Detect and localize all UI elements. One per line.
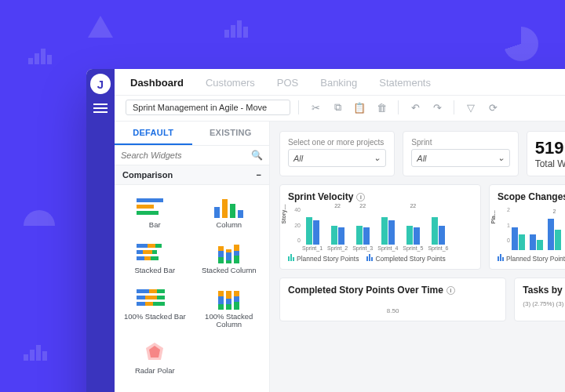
widget-column[interactable]: Column [194,191,265,232]
tab-customers[interactable]: Customers [206,77,255,89]
refresh-icon[interactable]: ⟳ [484,99,501,116]
tab-statements[interactable]: Statements [379,77,431,89]
widget-bar[interactable]: Bar [119,191,191,232]
section-comparison[interactable]: Comparison − [115,165,269,185]
sprint-select[interactable]: All ⌄ [411,149,509,167]
filter-projects: Select one or more projects All ⌄ [279,131,395,176]
velocity-bars: Story… 40200 Sprint_122Sprint_222Sprint_… [288,207,472,251]
legend-item: Completed Story Points [375,255,445,263]
widget-label: 100% Stacked Bar [124,313,186,321]
kpi-value: 519 Hrs [535,138,565,158]
widgets-panel: DEFAULT EXISTING 🔍 Comparison − [115,122,270,392]
widget-stacked-column[interactable]: Stacked Column [194,237,265,278]
search-input[interactable] [121,151,251,160]
widget-label: Stacked Bar [134,267,175,274]
legend-item: Planned Story Points [506,255,565,263]
search-row: 🔍 [115,146,269,165]
kpi-total-worked: 519 Hrs Total Worked… [527,131,565,176]
chart-preview: 8.50 [288,300,498,314]
menu-icon[interactable] [93,103,108,113]
chart-sprint-velocity: Sprint Velocity i Story… 40200 Sprint_12… [279,184,481,270]
paste-icon[interactable]: 📋 [351,99,368,116]
left-rail: J [86,69,115,392]
dashboard-canvas: Select one or more projects All ⌄ Sprint… [270,122,565,392]
widget-label: Column [216,221,242,229]
filter-label: Sprint [411,138,509,147]
chevron-down-icon: ⌄ [498,153,505,163]
dashboard-title-select[interactable]: Sprint Management in Agile - Move [126,100,290,115]
chevron-down-icon: ⌄ [374,153,381,163]
info-icon[interactable]: i [447,286,455,295]
content: DEFAULT EXISTING 🔍 Comparison − [115,122,565,392]
scope-bars: Pla… 210 2 [498,207,565,251]
tab-pos[interactable]: POS [277,77,298,89]
top-nav-tabs: Dashboard Customers POS Banking Statemen… [115,69,565,95]
main-area: Dashboard Customers POS Banking Statemen… [115,69,565,392]
delete-icon[interactable]: 🗑 [373,99,390,116]
select-value: All [293,154,303,163]
section-label: Comparison [122,170,173,180]
separator [398,100,399,114]
y-axis-label: Story… [281,205,286,224]
widgets-tabs: DEFAULT EXISTING [115,122,269,146]
widgets-tab-default[interactable]: DEFAULT [115,122,192,145]
filter-icon[interactable]: ▽ [462,99,479,116]
legend: Planned Story Points A [498,254,565,263]
kpi-label: Total Worked… [535,158,565,169]
chart-completed-over-time: Completed Story Points Over Time i 8.50 [279,278,506,321]
select-value: All [417,154,426,163]
app-logo[interactable]: J [90,74,111,94]
projects-select[interactable]: All ⌄ [288,149,386,167]
bg-bars-icon [28,49,52,64]
chart-tasks-by-status: Tasks by Status i (3) (2.75%) (3) (2.75%… [514,278,565,321]
y-axis: 40200 [288,207,301,243]
separator [454,100,454,114]
bg-triangle-icon [88,16,113,38]
widget-radar-polar[interactable]: Radar Polar [119,337,191,378]
widget-stacked-bar[interactable]: Stacked Bar [119,237,191,278]
chart-title-text: Sprint Velocity [288,191,353,202]
collapse-icon: − [257,170,261,180]
y-axis: 210 [498,207,510,243]
cut-icon[interactable]: ✂ [307,99,324,116]
widget-label: Radar Polar [135,367,175,375]
filter-label: Select one or more projects [288,138,386,147]
widget-label: Bar [149,221,161,229]
chart-scope-changes: Scope Changes i Pla… 210 2 Planned Story… [489,184,565,270]
undo-icon[interactable]: ↶ [406,99,424,116]
chart-title-text: Completed Story Points Over Time [288,285,443,296]
separator [298,100,299,114]
tab-banking[interactable]: Banking [320,77,357,89]
bg-pie-icon [504,27,538,61]
legend: Planned Story Points Completed Story Poi… [288,254,472,263]
bg-bars-icon [24,345,47,361]
bg-bars-icon [224,20,248,38]
widget-100-stacked-bar[interactable]: 100% Stacked Bar [119,283,191,332]
filter-sprint: Sprint All ⌄ [403,131,518,176]
widget-label: 100% Stacked Column [197,313,262,329]
tab-dashboard[interactable]: Dashboard [130,77,184,89]
app-window: J Dashboard Customers POS Banking Statem… [86,69,565,392]
bg-arc-icon [24,210,55,226]
search-icon[interactable]: 🔍 [251,150,263,161]
toolbar: Sprint Management in Agile - Move ✂ ⧉ 📋 … [115,95,565,122]
copy-icon[interactable]: ⧉ [329,99,346,116]
chart-title-text: Tasks by Status [523,285,565,296]
y-axis-label: Pla… [490,210,496,224]
widget-100-stacked-column[interactable]: 100% Stacked Column [194,283,265,332]
widgets-tab-existing[interactable]: EXISTING [192,122,270,145]
widget-grid: Bar Column [115,185,269,387]
info-icon[interactable]: i [356,193,365,201]
legend-item: Planned Story Points [297,255,359,263]
redo-icon[interactable]: ↷ [428,99,446,116]
widget-label: Stacked Column [202,267,257,274]
chart-title-text: Scope Changes [498,191,565,202]
chart-preview: (3) (2.75%) (3) (2.75%) (3) (2 [523,300,565,314]
